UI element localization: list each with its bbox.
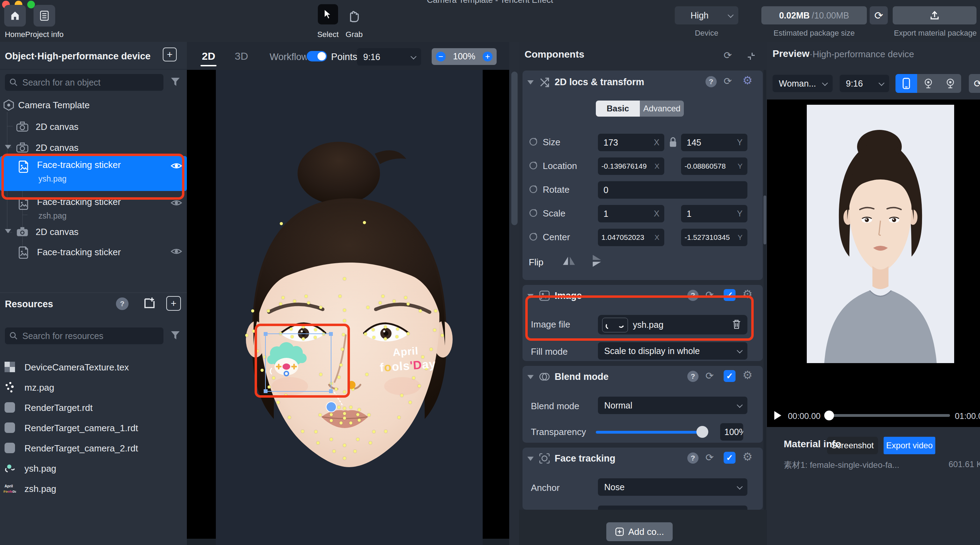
trash-icon[interactable] [732,319,741,330]
resource-item-zsh-pag[interactable]: AprilFoolsDayzsh.pag [0,480,187,497]
blend-mode-select[interactable]: Normal [598,397,748,414]
flip-horizontal-icon[interactable] [562,253,576,268]
tree-item-2d-canvas[interactable]: 2D canvas [0,118,187,135]
object-search-input[interactable]: Search for an object [5,74,164,91]
tree-item-2d-canvas[interactable]: 2D canvas [0,224,187,240]
scrollbar-thumb[interactable] [764,195,766,245]
tab-2d[interactable]: 2D [202,50,215,62]
import-resource-icon[interactable] [143,296,156,310]
expand-arrow-icon[interactable] [5,229,11,233]
image-enabled-checkbox[interactable]: ✓ [724,289,735,301]
components-refresh-icon[interactable]: ⟳ [724,49,732,61]
phone-source-button[interactable] [896,74,917,93]
tree-item-2d-canvas[interactable]: 2D canvas [0,139,187,156]
refresh-package-button[interactable]: ⟳ [870,6,888,24]
preview-model-select[interactable]: Woman... [773,75,833,92]
add-component-button[interactable]: Add co... [606,522,673,541]
timeline-knob[interactable] [824,411,834,420]
lock-icon[interactable] [668,136,678,148]
rotate-input[interactable]: 0 [598,181,748,199]
reset-icon[interactable]: ⟳ [705,289,714,300]
transparency-slider-knob[interactable] [697,426,708,438]
resource-search-input[interactable]: Search for resources [5,327,164,344]
keyframe-icon[interactable] [529,160,538,170]
sticker-selection-box[interactable] [265,334,331,392]
gear-icon[interactable]: ⚙ [743,451,752,462]
timeline-track[interactable] [827,414,950,417]
export-package-button[interactable] [892,6,977,24]
collapse-arrow-icon[interactable] [527,375,534,379]
resource-item-ysh-pag[interactable]: ysh.pag [0,460,187,477]
grab-tool-button[interactable] [346,8,361,24]
keyframe-icon[interactable] [529,184,538,194]
preview-ratio-select[interactable]: 9:16 [840,75,889,92]
resource-item-rendertarget-camera-2-rdt[interactable]: RenderTarget_camera_2.rdt [0,440,187,457]
object-filter-icon[interactable] [170,77,181,87]
image-file-field[interactable]: ysh.pag [598,315,748,334]
visibility-eye-icon[interactable] [170,162,182,172]
resources-help-icon[interactable]: ? [116,297,129,310]
gear-icon[interactable]: ⚙ [743,75,752,86]
zoom-in-button[interactable]: + [483,52,492,62]
add-resource-button[interactable]: + [166,296,181,311]
gear-icon[interactable]: ⚙ [743,288,752,300]
tab-3d[interactable]: 3D [235,50,248,62]
location-x-input[interactable]: -0.139676149X [598,157,664,175]
device-select[interactable]: High [675,6,738,24]
help-icon[interactable]: ? [705,76,717,87]
webcam-source-button[interactable] [917,74,939,93]
reset-icon[interactable]: ⟳ [705,370,714,381]
collapse-arrow-icon[interactable] [527,294,534,298]
size-y-input[interactable]: 145Y [681,134,748,151]
resource-item-rendertarget-camera-1-rdt[interactable]: RenderTarget_camera_1.rdt [0,419,187,437]
gender-select[interactable]: Female and male [598,505,748,510]
reset-icon[interactable]: ⟳ [724,75,732,87]
canvas-ratio-select[interactable]: 9:16 [357,48,421,66]
nose-anchor-dot[interactable] [347,381,356,389]
resource-item-mz-pag[interactable]: mz.pag [0,379,187,396]
transparency-slider[interactable] [596,431,703,434]
anchor-select[interactable]: Nose [598,478,748,496]
export-video-button[interactable]: Export video [884,437,935,454]
sticker-anchor-dot[interactable] [326,402,337,412]
keyframe-icon[interactable] [529,208,538,217]
center-x-input[interactable]: 1.047052023X [598,229,664,246]
center-y-input[interactable]: -1.527310345Y [681,229,748,246]
resource-filter-icon[interactable] [170,330,181,341]
location-y-input[interactable]: -0.08860578Y [681,157,748,175]
tab-advanced[interactable]: Advanced [640,100,684,117]
preview-refresh-button[interactable]: ⟳ [969,74,980,93]
collapse-panel-icon[interactable] [746,51,756,62]
help-icon[interactable]: ? [687,290,698,301]
reset-icon[interactable]: ⟳ [705,452,714,463]
selection-handle[interactable] [329,332,333,336]
tree-item-camera-template[interactable]: Camera Template [0,97,187,113]
tree-item-face-tracking-sticker[interactable]: Face-tracking stickerysh.pag [0,156,187,191]
keyframe-icon[interactable] [529,232,538,241]
help-icon[interactable]: ? [687,371,698,382]
canvas-viewport[interactable]: Aprilfools'Day [216,70,483,545]
face-tracking-enabled-checkbox[interactable]: ✓ [724,452,735,464]
scrollbar-thumb[interactable] [511,72,518,225]
visibility-eye-icon[interactable] [170,247,182,257]
fill-mode-select[interactable]: Scale to display in whole [598,342,748,360]
gear-icon[interactable]: ⚙ [743,369,752,381]
scale-y-input[interactable]: 1Y [681,205,748,222]
selection-handle[interactable] [264,332,267,336]
tree-item-face-tracking-sticker[interactable]: Face-tracking sticker [0,244,187,261]
resource-item-rendertarget-rdt[interactable]: RenderTarget.rdt [0,399,187,416]
expand-arrow-icon[interactable] [5,145,11,149]
tree-item-face-tracking-sticker[interactable]: Face-tracking stickerzsh.pag [0,193,187,222]
transparency-value-box[interactable]: 100% [720,423,743,441]
visibility-eye-icon[interactable] [170,199,182,208]
size-x-input[interactable]: 173X [598,134,664,151]
selection-handle[interactable] [329,389,333,393]
select-tool-button[interactable] [318,4,338,24]
home-button[interactable] [4,5,26,27]
april-fools-sticker[interactable]: Aprilfools'Day [378,343,436,375]
blend-enabled-checkbox[interactable]: ✓ [724,370,735,382]
selection-handle[interactable] [264,389,267,393]
zoom-out-button[interactable]: − [436,52,445,62]
webcam2-source-button[interactable] [939,74,961,93]
help-icon[interactable]: ? [687,453,698,464]
